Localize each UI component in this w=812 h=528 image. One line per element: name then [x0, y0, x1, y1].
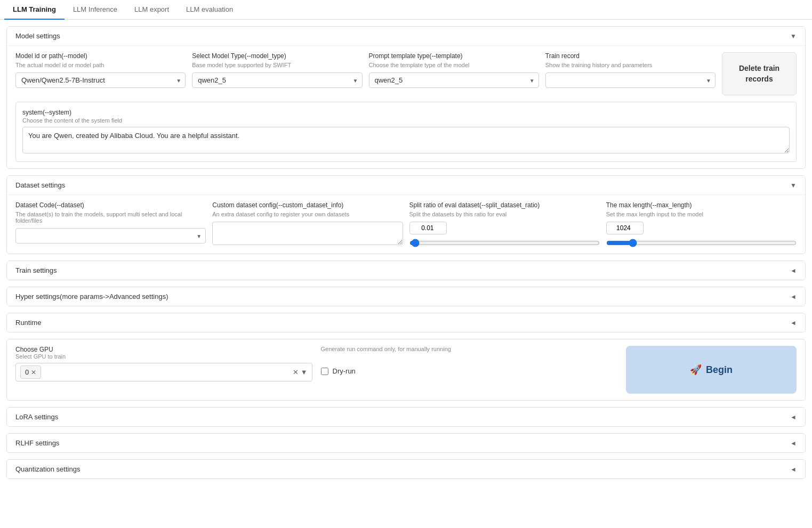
- model-type-label: Select Model Type(--model_type): [192, 52, 362, 60]
- train-settings-section: Train settings ◄: [6, 261, 806, 280]
- model-settings-header[interactable]: Model settings ▼: [7, 27, 805, 45]
- dataset-settings-header[interactable]: Dataset settings ▼: [7, 176, 805, 194]
- quantization-settings-header[interactable]: Quantization settings ◄: [7, 460, 805, 478]
- system-section: system(--system) Choose the content of t…: [15, 102, 797, 162]
- model-type-field: Select Model Type(--model_type) Base mod…: [192, 52, 362, 88]
- train-settings-title: Train settings: [15, 266, 57, 274]
- model-settings-chevron: ▼: [790, 33, 797, 40]
- hyper-settings-chevron: ◄: [790, 293, 797, 300]
- dry-run-checkbox[interactable]: [321, 368, 328, 375]
- model-id-select[interactable]: Qwen/Qwen2.5-7B-Instruct: [15, 72, 186, 88]
- gpu-tag-remove-icon[interactable]: ✕: [31, 369, 36, 376]
- dataset-code-desc: The dataset(s) to train the models, supp…: [15, 211, 206, 224]
- system-container: system(--system) Choose the content of t…: [15, 102, 797, 162]
- quantization-settings-chevron: ◄: [790, 466, 797, 473]
- dry-run-checkbox-row: Dry-run: [321, 367, 618, 375]
- model-type-desc: Base model type supported by SWIFT: [192, 62, 362, 68]
- prompt-template-field: Prompt template type(--template) Choose …: [369, 52, 539, 88]
- rlhf-settings-chevron: ◄: [790, 440, 797, 447]
- train-record-label: Train record: [545, 52, 715, 60]
- model-type-select[interactable]: qwen2_5 qwen2 llama: [192, 72, 362, 88]
- tab-llm-evaluation[interactable]: LLM evaluation: [178, 0, 242, 20]
- split-ratio-label: Split ratio of eval dataset(--split_data…: [409, 201, 600, 209]
- dry-run-checkbox-label: Dry-run: [333, 367, 356, 375]
- rlhf-settings-section: RLHF settings ◄: [6, 433, 806, 453]
- rlhf-settings-title: RLHF settings: [15, 439, 59, 447]
- gpu-dropdown-arrow-icon[interactable]: ▼: [301, 368, 308, 376]
- split-ratio-slider[interactable]: [409, 239, 600, 247]
- gpu-column: Choose GPU Select GPU to train 0 ✕ ✕ ▼: [15, 346, 312, 381]
- max-length-controls: [606, 222, 797, 234]
- model-type-select-wrapper: qwen2_5 qwen2 llama ▼: [192, 72, 362, 88]
- prompt-template-select-wrapper: qwen2_5 qwen2 llama ▼: [369, 72, 539, 88]
- gpu-clear-icon[interactable]: ✕: [293, 368, 299, 376]
- system-textarea[interactable]: You are Qwen, created by Alibaba Cloud. …: [22, 127, 790, 153]
- dataset-code-field: Dataset Code(--dataset) The dataset(s) t…: [15, 201, 206, 247]
- train-record-field: Train record Show the training history a…: [545, 52, 715, 88]
- max-length-input[interactable]: [606, 222, 644, 234]
- lora-settings-title: LoRA settings: [15, 413, 58, 421]
- tabs-bar: LLM Training LLM Inference LLM export LL…: [0, 0, 812, 20]
- rlhf-settings-header[interactable]: RLHF settings ◄: [7, 434, 805, 452]
- tab-list: LLM Training LLM Inference LLM export LL…: [0, 0, 812, 20]
- dataset-code-select-wrapper: ▼: [15, 228, 206, 243]
- tab-llm-inference[interactable]: LLM Inference: [65, 0, 126, 20]
- runtime-header[interactable]: Runtime ◄: [7, 313, 805, 332]
- begin-label: Begin: [706, 364, 733, 376]
- custom-dataset-textarea[interactable]: [212, 222, 403, 245]
- lora-settings-section: LoRA settings ◄: [6, 407, 806, 427]
- custom-dataset-desc: An extra dataset config to register your…: [212, 211, 403, 217]
- max-length-slider[interactable]: [606, 239, 797, 247]
- custom-dataset-textarea-wrapper: [212, 222, 403, 247]
- main-content: Model settings ▼ Model id or path(--mode…: [0, 20, 812, 485]
- model-id-desc: The actual model id or model path: [15, 62, 186, 68]
- dataset-code-select[interactable]: [15, 228, 206, 243]
- dataset-code-label: Dataset Code(--dataset): [15, 201, 206, 209]
- model-settings-grid: Model id or path(--model) The actual mod…: [15, 52, 797, 95]
- delete-train-records-button[interactable]: Delete trainrecords: [722, 52, 797, 95]
- prompt-template-label: Prompt template type(--template): [369, 52, 539, 60]
- quantization-settings-section: Quantization settings ◄: [6, 459, 806, 479]
- train-settings-header[interactable]: Train settings ◄: [7, 261, 805, 280]
- dataset-settings-section: Dataset settings ▼ Dataset Code(--datase…: [6, 175, 806, 254]
- gpu-begin-section: Choose GPU Select GPU to train 0 ✕ ✕ ▼ G…: [6, 339, 806, 401]
- max-length-desc: Set the max length input to the model: [606, 211, 797, 217]
- lora-settings-header[interactable]: LoRA settings ◄: [7, 408, 805, 426]
- hyper-settings-title: Hyper settings(more params->Advanced set…: [15, 293, 168, 300]
- system-textarea-wrapper: You are Qwen, created by Alibaba Cloud. …: [22, 127, 790, 155]
- hyper-settings-header[interactable]: Hyper settings(more params->Advanced set…: [7, 287, 805, 306]
- dataset-settings-body: Dataset Code(--dataset) The dataset(s) t…: [7, 194, 805, 254]
- hyper-settings-section: Hyper settings(more params->Advanced set…: [6, 287, 806, 306]
- split-ratio-controls: [409, 222, 600, 234]
- runtime-chevron: ◄: [790, 319, 797, 327]
- dataset-settings-chevron: ▼: [790, 182, 797, 189]
- train-settings-chevron: ◄: [790, 267, 797, 274]
- model-id-select-wrapper: Qwen/Qwen2.5-7B-Instruct ▼: [15, 72, 186, 88]
- system-label: system(--system): [22, 109, 790, 116]
- gpu-tag-value: 0: [25, 368, 29, 376]
- model-settings-title: Model settings: [15, 32, 60, 40]
- split-ratio-input[interactable]: [409, 222, 447, 234]
- lora-settings-chevron: ◄: [790, 413, 797, 421]
- dry-run-desc: Generate run command only, for manually …: [321, 346, 618, 352]
- runtime-title: Runtime: [15, 319, 41, 327]
- system-desc: Choose the content of the system field: [22, 117, 790, 124]
- tab-llm-export[interactable]: LLM export: [126, 0, 178, 20]
- train-record-select-wrapper: ▼: [545, 72, 715, 88]
- begin-column: 🚀 Begin: [626, 346, 797, 394]
- max-length-field: The max length(--max_length) Set the max…: [606, 201, 797, 247]
- prompt-template-select[interactable]: qwen2_5 qwen2 llama: [369, 72, 539, 88]
- model-id-field: Model id or path(--model) The actual mod…: [15, 52, 186, 88]
- begin-emoji: 🚀: [690, 364, 702, 376]
- tab-llm-training[interactable]: LLM Training: [4, 0, 65, 20]
- gpu-selector[interactable]: 0 ✕ ✕ ▼: [15, 363, 312, 381]
- begin-button[interactable]: 🚀 Begin: [626, 346, 797, 394]
- prompt-template-desc: Choose the template type of the model: [369, 62, 539, 68]
- dry-run-column: Generate run command only, for manually …: [321, 346, 618, 375]
- custom-dataset-label: Custom dataset config(--custom_dataset_i…: [212, 201, 403, 209]
- split-ratio-field: Split ratio of eval dataset(--split_data…: [409, 201, 600, 247]
- dataset-settings-title: Dataset settings: [15, 181, 65, 189]
- model-settings-section: Model settings ▼ Model id or path(--mode…: [6, 26, 806, 169]
- quantization-settings-title: Quantization settings: [15, 465, 80, 473]
- train-record-select[interactable]: [545, 72, 715, 88]
